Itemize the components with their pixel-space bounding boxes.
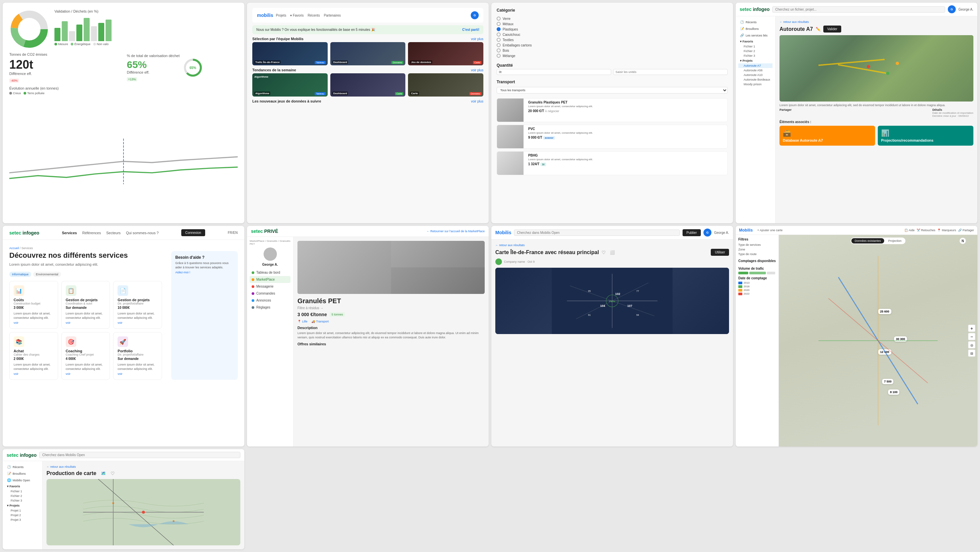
tab-environnemental[interactable]: Environnemental	[33, 272, 61, 277]
breadcrumb-accueil[interactable]: Accueil	[9, 246, 19, 250]
cat-verre[interactable]: Verre	[496, 16, 728, 21]
favoris-fichier1[interactable]: Fichier 1	[738, 44, 773, 49]
mp-nav-annonces[interactable]: Annonces	[250, 297, 291, 304]
filter-type-route[interactable]: Type de route	[738, 252, 776, 257]
search-input[interactable]	[772, 6, 945, 13]
product-pet[interactable]: Granulés Plastiques PET Lorem ipsum dolo…	[496, 98, 728, 122]
voir-plus-3[interactable]: voir plus	[471, 100, 484, 103]
prod-proj-1[interactable]: Projet 1	[5, 508, 40, 513]
cat-bois[interactable]: Bois	[496, 48, 728, 53]
edit-icon[interactable]: ✏️	[816, 27, 821, 32]
valider-button[interactable]: Valider	[823, 25, 841, 33]
service-gest1-link[interactable]: voir	[66, 321, 106, 324]
voir-plus-2[interactable]: voir plus	[471, 68, 484, 72]
nav-services[interactable]: 🔗Les services liés	[738, 32, 773, 38]
tool-aide[interactable]: 📋 Aide	[904, 228, 915, 232]
cat-textiles[interactable]: Textiles	[496, 37, 728, 43]
voir-plus-1[interactable]: voir plus	[471, 37, 484, 41]
cat-caoutchouc[interactable]: Caoutchouc	[496, 32, 728, 37]
nav-favoris[interactable]: ▾ Favoris	[290, 14, 304, 17]
cat-emballages[interactable]: Emballages cartons	[496, 43, 728, 48]
service-coach-link[interactable]: voir	[66, 372, 106, 376]
prod-nav-brouillons[interactable]: 📝Brouillons	[5, 470, 40, 477]
partager-btn[interactable]: Partager	[780, 108, 792, 117]
proj-a7[interactable]: Autoroute A7	[738, 63, 773, 68]
nav-secteurs[interactable]: Secteurs	[106, 231, 121, 235]
favoris-folder[interactable]: ▾ Favoris	[738, 39, 773, 44]
card-trafic[interactable]: Trafic Île-de-France Tableau	[252, 42, 328, 65]
mp-nav-reglages[interactable]: Réglages	[250, 304, 291, 311]
card-donnees[interactable]: Jeu de données Carte	[408, 42, 484, 65]
mp-back-btn[interactable]: ← Retourner sur l'accueil de la MarketPl…	[281, 230, 485, 233]
prod-nav-recents[interactable]: 🕐Récents	[5, 464, 40, 470]
carte-share-icon[interactable]: ⬜	[610, 250, 615, 255]
tool-marqueurs[interactable]: 📍 Marqueurs	[937, 228, 956, 232]
proj-moody[interactable]: Moody prison	[738, 82, 773, 87]
product-pvc[interactable]: PVC Lorem ipsum dolor sit amet, consecte…	[496, 125, 728, 149]
proj-a10[interactable]: Autoroute A10	[738, 73, 773, 77]
prod-search[interactable]	[39, 452, 240, 458]
nav-references[interactable]: Références	[82, 231, 101, 235]
product-pbhg[interactable]: PBHG Lorem ipsum dolor sit amet, consect…	[496, 151, 728, 175]
transport-select[interactable]: Tous les transports	[496, 87, 728, 94]
cat-metaux[interactable]: Métaux	[496, 21, 728, 27]
favoris-fichier2[interactable]: Fichier 2	[738, 49, 773, 53]
layer-btn[interactable]: ⊟	[968, 350, 975, 357]
tool-partager[interactable]: 🔗 Partager	[958, 228, 974, 232]
qty-max-input[interactable]	[613, 69, 728, 75]
trend-card-1[interactable]: Algorithme Algorithme Tableau	[252, 73, 328, 97]
proj-a56[interactable]: Autoroute A56	[738, 68, 773, 73]
proj-bordeaux[interactable]: Autoroute Bordeaux	[738, 77, 773, 82]
date-2022[interactable]: 2022	[738, 292, 776, 295]
nav-brouillons[interactable]: 📝Brouillons	[738, 25, 773, 32]
service-gest2-link[interactable]: voir	[118, 321, 158, 324]
trend-card-2[interactable]: Dashboard Carte	[330, 73, 406, 97]
nav-recents[interactable]: Récents	[308, 14, 320, 17]
carte-back[interactable]: ← retour aux résultats	[495, 243, 729, 247]
element-card-db[interactable]: 🗃️ Database Autoroute A7	[780, 126, 875, 146]
prod-proj-2[interactable]: Projet 2	[5, 513, 40, 517]
date-2018[interactable]: 2018	[738, 285, 776, 288]
prod-fav-3[interactable]: Fichier 3	[5, 498, 40, 503]
lang-switcher[interactable]: FR/EN	[228, 231, 238, 235]
prod-heart[interactable]: ♡	[111, 471, 115, 476]
projets-folder[interactable]: ▾ Projets	[738, 58, 773, 63]
utiliser-button[interactable]: Utiliser	[711, 249, 729, 256]
prod-back[interactable]: ← retour aux résultats	[46, 465, 240, 468]
prod-proj-3[interactable]: Projet 3	[5, 517, 40, 522]
tool-retouches[interactable]: ✂️ Retouches	[916, 228, 935, 232]
favoris-fichier3[interactable]: Fichier 3	[738, 53, 773, 58]
element-card-proj[interactable]: 📊 Projections/recommandations	[878, 126, 974, 146]
add-carte-btn[interactable]: + Ajouter une carte	[757, 228, 783, 232]
connexion-button[interactable]: Connexion	[181, 229, 205, 236]
back-link[interactable]: ← retour aux résultats	[780, 20, 974, 24]
mp-nav-marketplace[interactable]: MarketPlace	[250, 276, 291, 283]
nav-partenaires[interactable]: Partenaires	[324, 14, 340, 17]
zoom-out[interactable]: −	[968, 333, 975, 340]
date-2013[interactable]: 2013	[738, 281, 776, 284]
carte-heart[interactable]: ♡	[601, 250, 606, 255]
banner-cta[interactable]: C'est parti!	[462, 28, 479, 32]
card-dashboard[interactable]: Dashboard Données	[330, 42, 406, 65]
help-link[interactable]: Aidez-moi !	[175, 271, 234, 274]
publier-button[interactable]: Publier	[682, 229, 701, 236]
prod-favoris-folder[interactable]: ▾ Favoris	[5, 484, 40, 489]
service-port-link[interactable]: voir	[118, 372, 158, 376]
filter-zone[interactable]: Zone	[738, 247, 776, 252]
cat-melange[interactable]: Mélange	[496, 53, 728, 59]
service-couts-link[interactable]: voir	[14, 321, 54, 324]
zoom-in[interactable]: +	[968, 325, 975, 332]
nav-recents[interactable]: 🕐Récents	[738, 19, 773, 25]
service-achat-link[interactable]: voir	[14, 372, 54, 376]
prod-fav-1[interactable]: Fichier 1	[5, 489, 40, 493]
prod-projets-folder[interactable]: ▾ Projets	[5, 503, 40, 508]
mp-nav-messagerie[interactable]: Messagerie	[250, 283, 291, 290]
mp-nav-commandes[interactable]: Commandes	[250, 290, 291, 297]
qty-min-input[interactable]	[496, 69, 611, 75]
prod-fav-2[interactable]: Fichier 2	[5, 493, 40, 498]
cat-plastiques[interactable]: Plastiques	[496, 27, 728, 32]
carte-search[interactable]	[514, 230, 680, 236]
nav-qui[interactable]: Qui sommes-nous ?	[126, 231, 158, 235]
nav-services[interactable]: Services	[62, 231, 77, 235]
filter-services[interactable]: Type de services	[738, 243, 776, 247]
